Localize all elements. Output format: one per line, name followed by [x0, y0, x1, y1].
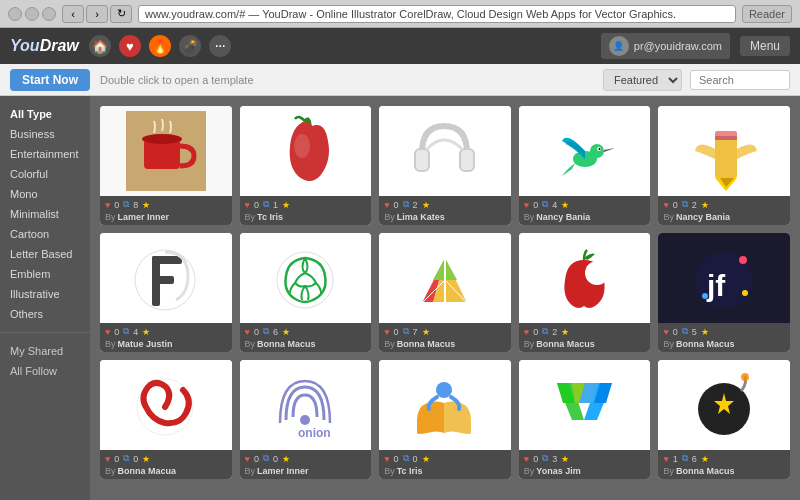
like-count: 0 [394, 327, 399, 337]
svg-point-30 [739, 256, 747, 264]
sidebar-item-myshared[interactable]: My Shared [0, 341, 90, 361]
home-icon[interactable]: 🏠 [89, 35, 111, 57]
template-card[interactable]: ♥ 0 ⧉ 4 ★ By Matue Justin [100, 233, 232, 352]
search-input[interactable] [690, 70, 790, 90]
by-label: By [245, 466, 256, 476]
template-card[interactable]: ♥ 1 ⧉ 6 ★ By Bonna Macus [658, 360, 790, 479]
card-stats: ♥ 0 ⧉ 0 ★ [384, 453, 506, 464]
svg-point-31 [702, 293, 708, 299]
sidebar-item-minimalist[interactable]: Minimalist [0, 204, 90, 224]
card-footer-content: ♥ 0 ⧉ 4 ★ By Nancy Bania [524, 199, 646, 222]
app-logo[interactable]: YouDraw [10, 37, 79, 55]
address-bar[interactable]: www.youdraw.com/# — YouDraw - Online Ill… [138, 5, 736, 23]
sidebar-item-letter[interactable]: Letter Based [0, 244, 90, 264]
sidebar-item-others[interactable]: Others [0, 304, 90, 324]
min-btn[interactable] [25, 7, 39, 21]
template-card[interactable]: ♥ 0 ⧉ 0 ★ By Tc Iris [379, 360, 511, 479]
template-card[interactable]: onion ♥ 0 ⧉ 0 ★ By Lamer Inner [240, 360, 372, 479]
card-footer: ♥ 0 ⧉ 6 ★ By Bonna Macus [240, 323, 372, 352]
close-btn[interactable] [8, 7, 22, 21]
forward-button[interactable]: › [86, 5, 108, 23]
template-card[interactable]: ♥ 0 ⧉ 4 ★ By Nancy Bania [519, 106, 651, 225]
card-stats: ♥ 0 ⧉ 6 ★ [245, 326, 367, 337]
template-card[interactable]: ♥ 0 ⧉ 3 ★ By Yonas Jim [519, 360, 651, 479]
card-stats: ♥ 1 ⧉ 6 ★ [663, 453, 785, 464]
card-footer-content: ♥ 1 ⧉ 6 ★ By Bonna Macus [663, 453, 785, 476]
like-icon: ♥ [105, 327, 110, 337]
template-card[interactable]: ♥ 0 ⧉ 2 ★ By Lima Kates [379, 106, 511, 225]
bomb-icon[interactable]: 💣 [179, 35, 201, 57]
template-card[interactable]: ♥ 0 ⧉ 2 ★ By Nancy Bania [658, 106, 790, 225]
svg-text:onion: onion [298, 426, 331, 440]
window-controls [8, 7, 56, 21]
card-stats: ♥ 0 ⧉ 3 ★ [524, 453, 646, 464]
template-card[interactable]: jf ♥ 0 ⧉ 5 ★ By [658, 233, 790, 352]
sidebar-item-business[interactable]: Business [0, 124, 90, 144]
template-card[interactable]: ♥ 0 ⧉ 2 ★ By Bonna Macus [519, 233, 651, 352]
svg-rect-4 [415, 149, 429, 171]
card-by: By Lima Kates [384, 212, 506, 222]
card-footer: ♥ 0 ⧉ 2 ★ By Lima Kates [379, 196, 511, 225]
nav-controls: ‹ › ↻ [62, 5, 132, 23]
card-footer-content: ♥ 0 ⧉ 2 ★ By Lima Kates [384, 199, 506, 222]
svg-point-32 [742, 290, 748, 296]
template-card[interactable]: ♥ 0 ⧉ 8 ★ By Lamer Inner [100, 106, 232, 225]
sidebar-item-entertainment[interactable]: Entertainment [0, 144, 90, 164]
card-by: By Lamer Inner [105, 212, 227, 222]
star-icon: ★ [142, 454, 150, 464]
sidebar-item-illustrative[interactable]: Illustrative [0, 284, 90, 304]
sidebar-item-colorful[interactable]: Colorful [0, 164, 90, 184]
template-card[interactable]: ♥ 0 ⧉ 0 ★ By Bonna Macua [100, 360, 232, 479]
like-icon: ♥ [245, 454, 250, 464]
copy-icon: ⧉ [123, 199, 129, 210]
sidebar-item-cartoon[interactable]: Cartoon [0, 224, 90, 244]
svg-rect-16 [152, 256, 182, 264]
app-header: YouDraw 🏠 ♥ 🔥 💣 ··· 👤 pr@youidraw.com Me… [0, 28, 800, 64]
sidebar-item-mono[interactable]: Mono [0, 184, 90, 204]
sidebar-item-emblem[interactable]: Emblem [0, 264, 90, 284]
card-stats: ♥ 0 ⧉ 8 ★ [105, 199, 227, 210]
svg-point-34 [300, 415, 310, 425]
card-footer-content: ♥ 0 ⧉ 0 ★ By Lamer Inner [245, 453, 367, 476]
like-count: 0 [673, 327, 678, 337]
svg-point-2 [142, 134, 182, 144]
sidebar-item-allfollow[interactable]: All Follow [0, 361, 90, 381]
template-card[interactable]: ♥ 0 ⧉ 6 ★ By Bonna Macus [240, 233, 372, 352]
star-icon: ★ [701, 200, 709, 210]
card-author: Lamer Inner [257, 466, 309, 476]
sidebar-item-alltype[interactable]: All Type [0, 104, 90, 124]
svg-rect-17 [152, 276, 174, 284]
card-footer-content: ♥ 0 ⧉ 3 ★ By Yonas Jim [524, 453, 646, 476]
main-layout: All Type Business Entertainment Colorful… [0, 96, 800, 500]
refresh-button[interactable]: ↻ [110, 5, 132, 23]
logo-draw: Draw [40, 37, 79, 54]
reader-button[interactable]: Reader [742, 5, 792, 23]
copy-count: 8 [133, 200, 138, 210]
fire-icon[interactable]: 🔥 [149, 35, 171, 57]
template-card[interactable]: ♥ 0 ⧉ 7 ★ By Bonna Macus [379, 233, 511, 352]
svg-text:jf: jf [706, 269, 726, 302]
start-button[interactable]: Start Now [10, 69, 90, 91]
card-stats: ♥ 0 ⧉ 0 ★ [105, 453, 227, 464]
like-count: 0 [254, 454, 259, 464]
heart-icon[interactable]: ♥ [119, 35, 141, 57]
card-author: Bonna Macus [536, 339, 595, 349]
copy-count: 2 [552, 327, 557, 337]
template-card[interactable]: ♥ 0 ⧉ 1 ★ By Tc Iris [240, 106, 372, 225]
card-footer-content: ♥ 0 ⧉ 7 ★ By Bonna Macus [384, 326, 506, 349]
card-author: Bonna Macus [257, 339, 316, 349]
toolbar: Start Now Double click to open a templat… [0, 64, 800, 96]
card-stats: ♥ 0 ⧉ 5 ★ [663, 326, 785, 337]
menu-button[interactable]: Menu [740, 36, 790, 56]
back-button[interactable]: ‹ [62, 5, 84, 23]
toolbar-right: Featured Latest Popular [603, 69, 790, 91]
user-badge[interactable]: 👤 pr@youidraw.com [601, 33, 730, 59]
like-icon: ♥ [105, 454, 110, 464]
featured-select[interactable]: Featured Latest Popular [603, 69, 682, 91]
like-icon: ♥ [663, 200, 668, 210]
card-stats: ♥ 0 ⧉ 4 ★ [105, 326, 227, 337]
card-footer: ♥ 0 ⧉ 0 ★ By Bonna Macua [100, 450, 232, 479]
svg-rect-12 [715, 136, 737, 140]
more-icon[interactable]: ··· [209, 35, 231, 57]
max-btn[interactable] [42, 7, 56, 21]
